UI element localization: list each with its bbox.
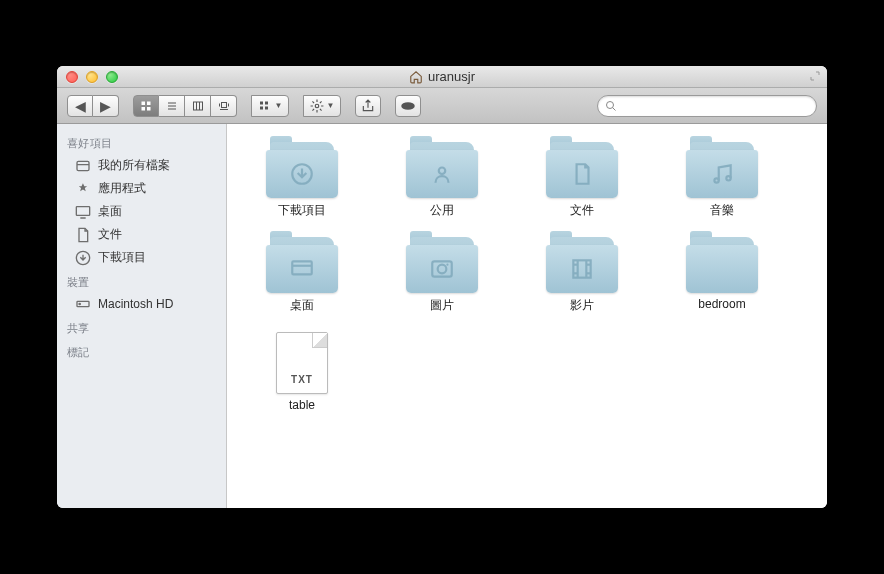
folder-icon (546, 142, 618, 198)
svg-point-31 (714, 178, 718, 182)
item-label: 下載項目 (278, 202, 326, 219)
sidebar-item-label: 桌面 (98, 203, 122, 220)
item-label: 音樂 (710, 202, 734, 219)
nav-buttons: ◀ ▶ (67, 95, 119, 117)
icon-grid: 下載項目公用文件音樂桌面圖片影片bedroomTXTtable (237, 142, 817, 412)
svg-line-21 (613, 107, 616, 110)
share-icon (361, 99, 375, 113)
folder-icon (686, 237, 758, 293)
folder-icon (686, 142, 758, 198)
documents-icon (75, 227, 91, 243)
close-button[interactable] (66, 71, 78, 83)
titlebar: uranusjr (57, 66, 827, 88)
folder-icon (406, 142, 478, 198)
svg-point-28 (79, 303, 80, 304)
folder-item[interactable]: 文件 (517, 142, 647, 219)
folder-item[interactable]: 影片 (517, 237, 647, 314)
search-field[interactable] (597, 95, 817, 117)
folder-item[interactable]: 音樂 (657, 142, 787, 219)
item-label: 圖片 (430, 297, 454, 314)
action-button[interactable]: ▼ (303, 95, 341, 117)
chevron-down-icon: ▼ (327, 101, 335, 110)
action-button-group: ▼ (303, 95, 341, 117)
window-body: 喜好項目 我的所有檔案 應用程式 桌面 文件 下載項目 裝置 (57, 124, 827, 508)
columns-icon (192, 100, 204, 112)
all-files-icon (75, 158, 91, 174)
file-extension: TXT (291, 374, 313, 385)
sidebar-item-downloads[interactable]: 下載項目 (57, 246, 226, 269)
desktop-icon (75, 204, 91, 220)
file-icon: TXT (276, 332, 328, 394)
list-view-button[interactable] (159, 95, 185, 117)
svg-rect-3 (147, 107, 151, 111)
svg-point-32 (726, 176, 730, 180)
sidebar-item-label: 下載項目 (98, 249, 146, 266)
sidebar-item-label: 我的所有檔案 (98, 157, 170, 174)
sidebar-section-favorites: 喜好項目 (57, 130, 226, 154)
sidebar-item-documents[interactable]: 文件 (57, 223, 226, 246)
svg-rect-10 (221, 102, 226, 107)
sidebar: 喜好項目 我的所有檔案 應用程式 桌面 文件 下載項目 裝置 (57, 124, 227, 508)
window-title-text: uranusjr (428, 69, 475, 84)
window-title: uranusjr (409, 69, 475, 84)
svg-point-37 (446, 264, 448, 266)
coverflow-icon (217, 100, 231, 112)
minimize-button[interactable] (86, 71, 98, 83)
svg-rect-7 (193, 102, 202, 110)
arrange-button[interactable]: ▼ (251, 95, 289, 117)
svg-rect-15 (260, 106, 263, 109)
back-button[interactable]: ◀ (67, 95, 93, 117)
chevron-down-icon: ▼ (275, 101, 283, 110)
sidebar-item-label: Macintosh HD (98, 297, 173, 311)
content-area[interactable]: 下載項目公用文件音樂桌面圖片影片bedroomTXTtable (227, 124, 827, 508)
folder-icon (546, 237, 618, 293)
sidebar-section-shared: 共享 (57, 315, 226, 339)
toolbar: ◀ ▶ ▼ ▼ (57, 88, 827, 124)
folder-item[interactable]: 圖片 (377, 237, 507, 314)
share-button[interactable] (355, 95, 381, 117)
list-icon (166, 100, 178, 112)
item-label: 公用 (430, 202, 454, 219)
sidebar-item-label: 應用程式 (98, 180, 146, 197)
item-label: bedroom (698, 297, 745, 311)
view-mode-buttons (133, 95, 237, 117)
svg-rect-17 (265, 106, 268, 109)
sidebar-item-applications[interactable]: 應用程式 (57, 177, 226, 200)
arrange-button-group: ▼ (251, 95, 289, 117)
sidebar-item-desktop[interactable]: 桌面 (57, 200, 226, 223)
downloads-icon (75, 250, 91, 266)
icon-view-button[interactable] (133, 95, 159, 117)
svg-rect-33 (292, 261, 312, 274)
svg-rect-38 (573, 260, 590, 277)
search-input[interactable] (597, 95, 817, 117)
home-icon (409, 70, 423, 84)
applications-icon (75, 181, 91, 197)
tags-button[interactable] (395, 95, 421, 117)
column-view-button[interactable] (185, 95, 211, 117)
folder-item[interactable]: bedroom (657, 237, 787, 314)
svg-rect-2 (142, 107, 146, 111)
sidebar-section-devices: 裝置 (57, 269, 226, 293)
svg-point-20 (607, 101, 614, 108)
finder-window: uranusjr ◀ ▶ ▼ (57, 66, 827, 508)
folder-item[interactable]: 公用 (377, 142, 507, 219)
chevron-right-icon: ▶ (100, 98, 111, 114)
svg-point-36 (438, 265, 447, 274)
sidebar-item-all-files[interactable]: 我的所有檔案 (57, 154, 226, 177)
file-item[interactable]: TXTtable (237, 332, 367, 412)
svg-rect-1 (147, 101, 151, 105)
gear-icon (310, 99, 324, 113)
sidebar-item-macintosh-hd[interactable]: Macintosh HD (57, 293, 226, 315)
folder-item[interactable]: 桌面 (237, 237, 367, 314)
folder-item[interactable]: 下載項目 (237, 142, 367, 219)
traffic-lights (57, 71, 118, 83)
forward-button[interactable]: ▶ (93, 95, 119, 117)
zoom-button[interactable] (106, 71, 118, 83)
fullscreen-icon[interactable] (809, 70, 821, 84)
item-label: 文件 (570, 202, 594, 219)
svg-rect-22 (77, 161, 89, 170)
item-label: 影片 (570, 297, 594, 314)
sidebar-item-label: 文件 (98, 226, 122, 243)
coverflow-view-button[interactable] (211, 95, 237, 117)
svg-point-18 (315, 104, 319, 108)
